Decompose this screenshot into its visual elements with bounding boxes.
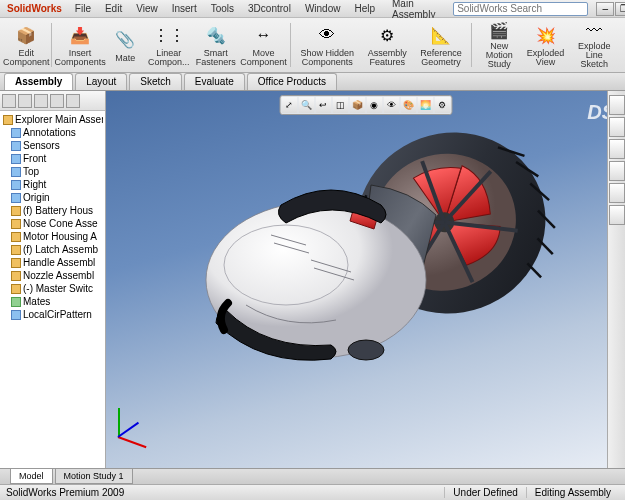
view-settings-button[interactable]: ⚙ [434,97,450,113]
search-input[interactable] [453,2,588,16]
feature-tree[interactable]: Explorer Main Assem Annotations Sensors … [0,111,105,468]
menu-window[interactable]: Window [302,2,344,15]
reference-geometry-button[interactable]: 📐Reference Geometry [414,20,468,70]
menu-tools[interactable]: Tools [208,2,237,15]
z-axis-icon [117,422,139,438]
mate-button[interactable]: 📎Mate [106,20,144,70]
edit-component-button[interactable]: 📦Edit Component [4,20,48,70]
show-hidden-button[interactable]: 👁Show Hidden Components [294,20,361,70]
tree-origin[interactable]: Origin [10,191,103,204]
bottom-tab-model[interactable]: Model [10,469,53,484]
move-component-icon: ↔ [251,23,275,47]
tree-battery-housing[interactable]: (f) Battery Hous [10,204,103,217]
assembly-icon [3,115,13,125]
fm-tab-property-icon[interactable] [18,94,32,108]
part-icon [11,206,21,216]
origin-icon [11,193,21,203]
tab-layout[interactable]: Layout [75,73,127,90]
minimize-button[interactable]: – [596,2,614,16]
menu-file[interactable]: File [72,2,94,15]
command-manager: 📦Edit Component 📥Insert Components 📎Mate… [0,18,625,73]
taskpane-resources-button[interactable] [609,95,625,115]
menu-edit[interactable]: Edit [102,2,125,15]
fm-tab-dimxpert-icon[interactable] [50,94,64,108]
fm-tab-display-icon[interactable] [66,94,80,108]
tree-master-switch[interactable]: (-) Master Switc [10,282,103,295]
apply-scene-button[interactable]: 🌅 [417,97,433,113]
exploded-view-button[interactable]: 💥Exploded View [525,20,567,70]
menubar: File Edit View Insert Tools 3Dcontrol Wi… [72,2,378,15]
graphics-viewport[interactable]: ⤢ 🔍 ↩ ◫ 📦 ◉ 👁 🎨 🌅 ⚙ DS [106,91,625,468]
zoom-fit-button[interactable]: ⤢ [281,97,297,113]
status-version: SolidWorks Premium 2009 [6,487,124,498]
separator-icon [471,23,472,67]
orientation-triad[interactable] [118,398,158,438]
part-icon [11,245,21,255]
tree-mates[interactable]: Mates [10,295,103,308]
tree-top-plane[interactable]: Top [10,165,103,178]
display-style-button[interactable]: ◉ [366,97,382,113]
sensors-icon [11,141,21,151]
linear-pattern-button[interactable]: ⋮⋮Linear Compon... [145,20,192,70]
assembly-features-button[interactable]: ⚙Assembly Features [362,20,413,70]
move-component-button[interactable]: ↔Move Component [240,20,288,70]
exploded-view-icon: 💥 [534,23,558,47]
tree-pattern[interactable]: LocalCirPattern [10,308,103,321]
menu-3dcontrol[interactable]: 3Dcontrol [245,2,294,15]
view-orientation-button[interactable]: 📦 [349,97,365,113]
fm-tab-config-icon[interactable] [34,94,48,108]
tree-front-plane[interactable]: Front [10,152,103,165]
part-icon [11,219,21,229]
maximize-button[interactable]: ❐ [615,2,625,16]
3d-model-view[interactable] [156,115,576,415]
smart-fasteners-button[interactable]: 🔩Smart Fasteners [193,20,238,70]
fm-tab-feature-icon[interactable] [2,94,16,108]
taskpane-library-button[interactable] [609,117,625,137]
status-defined: Under Defined [444,487,525,498]
insert-components-button[interactable]: 📥Insert Components [55,20,105,70]
tree-annotations[interactable]: Annotations [10,126,103,139]
motion-study-icon: 🎬 [487,21,511,40]
taskpane-palette-button[interactable] [609,161,625,181]
prev-view-button[interactable]: ↩ [315,97,331,113]
task-pane [607,91,625,468]
taskpane-custom-button[interactable] [609,205,625,225]
mates-icon [11,297,21,307]
tab-assembly[interactable]: Assembly [4,73,73,90]
taskpane-explorer-button[interactable] [609,139,625,159]
separator-icon [290,23,291,67]
status-mode: Editing Assembly [526,487,619,498]
tree-right-plane[interactable]: Right [10,178,103,191]
explode-line-sketch-button[interactable]: 〰Explode Line Sketch [567,20,621,70]
new-motion-study-button[interactable]: 🎬New Motion Study [475,20,524,70]
tab-sketch[interactable]: Sketch [129,73,182,90]
tree-latch-assembly[interactable]: (f) Latch Assemb [10,243,103,256]
part-icon [11,232,21,242]
tree-nozzle-assembly[interactable]: Nozzle Assembl [10,269,103,282]
plane-icon [11,180,21,190]
tree-handle-assembly[interactable]: Handle Assembl [10,256,103,269]
zoom-area-button[interactable]: 🔍 [298,97,314,113]
svg-point-21 [348,340,384,360]
tree-sensors[interactable]: Sensors [10,139,103,152]
edit-appearance-button[interactable]: 🎨 [400,97,416,113]
separator-icon [51,23,52,67]
status-bar: SolidWorks Premium 2009 Under Defined Ed… [0,484,625,500]
tab-office-products[interactable]: Office Products [247,73,337,90]
bottom-tabs: Model Motion Study 1 [0,468,625,484]
bottom-tab-motion[interactable]: Motion Study 1 [55,469,133,484]
hide-show-button[interactable]: 👁 [383,97,399,113]
menu-view[interactable]: View [133,2,161,15]
menu-help[interactable]: Help [351,2,378,15]
tree-nose-cone[interactable]: Nose Cone Asse [10,217,103,230]
x-axis-icon [118,436,147,448]
section-view-button[interactable]: ◫ [332,97,348,113]
tab-evaluate[interactable]: Evaluate [184,73,245,90]
taskpane-appearances-button[interactable] [609,183,625,203]
tree-root[interactable]: Explorer Main Assem [2,113,103,126]
model-svg-icon [156,115,576,415]
pattern-icon [11,310,21,320]
menu-insert[interactable]: Insert [169,2,200,15]
plane-icon [11,167,21,177]
tree-motor-housing[interactable]: Motor Housing A [10,230,103,243]
